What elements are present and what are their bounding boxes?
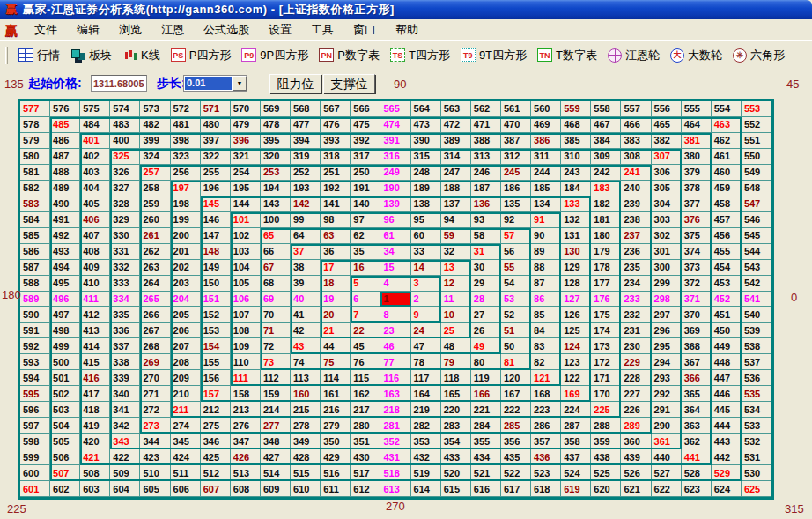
toolbar-item[interactable]: P99P四方形 xyxy=(236,46,314,65)
grid-cell[interactable]: 10 xyxy=(441,307,471,323)
grid-cell[interactable]: 583 xyxy=(20,196,50,212)
grid-cell[interactable]: 519 xyxy=(411,465,441,481)
grid-cell[interactable]: 175 xyxy=(591,307,621,323)
grid-cell[interactable]: 270 xyxy=(140,370,170,386)
grid-cell[interactable]: 257 xyxy=(140,165,170,181)
grid-cell[interactable]: 301 xyxy=(652,244,682,260)
grid-cell[interactable]: 247 xyxy=(441,165,471,181)
grid-cell[interactable]: 207 xyxy=(171,338,201,354)
grid-cell[interactable]: 46 xyxy=(380,338,410,354)
grid-cell[interactable]: 224 xyxy=(561,402,591,418)
grid-cell[interactable]: 196 xyxy=(201,181,231,196)
grid-cell[interactable]: 590 xyxy=(20,307,50,323)
grid-cell[interactable]: 550 xyxy=(742,149,771,165)
grid-cell[interactable]: 238 xyxy=(621,212,651,228)
grid-cell[interactable]: 177 xyxy=(591,276,621,292)
grid-cell[interactable]: 14 xyxy=(411,260,441,276)
grid-cell[interactable]: 373 xyxy=(682,260,712,276)
grid-cell[interactable]: 193 xyxy=(291,181,321,196)
grid-cell[interactable]: 82 xyxy=(531,354,561,370)
grid-cell[interactable]: 198 xyxy=(171,196,201,212)
grid-cell[interactable]: 567 xyxy=(321,101,351,117)
grid-cell[interactable]: 359 xyxy=(591,434,621,449)
grid-cell[interactable]: 337 xyxy=(110,338,140,354)
grid-cell[interactable]: 108 xyxy=(231,323,261,338)
grid-cell[interactable]: 585 xyxy=(20,228,50,244)
grid-cell[interactable]: 428 xyxy=(291,449,321,465)
grid-cell[interactable]: 30 xyxy=(471,260,501,276)
grid-cell[interactable]: 158 xyxy=(231,386,261,402)
grid-cell[interactable]: 190 xyxy=(380,181,410,196)
grid-cell[interactable]: 202 xyxy=(171,260,201,276)
grid-cell[interactable]: 240 xyxy=(621,181,651,196)
grid-cell[interactable]: 220 xyxy=(441,402,471,418)
grid-cell[interactable]: 432 xyxy=(411,449,441,465)
grid-cell[interactable]: 448 xyxy=(712,354,742,370)
grid-cell[interactable]: 78 xyxy=(411,354,441,370)
grid-cell[interactable]: 277 xyxy=(261,418,291,434)
grid-cell[interactable]: 266 xyxy=(140,307,170,323)
grid-cell[interactable]: 601 xyxy=(20,481,50,497)
grid-cell[interactable]: 140 xyxy=(351,196,380,212)
grid-cell[interactable]: 545 xyxy=(742,228,771,244)
grid-cell[interactable]: 454 xyxy=(712,260,742,276)
grid-cell[interactable]: 492 xyxy=(50,228,80,244)
grid-cell[interactable]: 40 xyxy=(291,292,321,308)
grid-cell[interactable]: 215 xyxy=(291,402,321,418)
grid-cell[interactable]: 76 xyxy=(351,354,380,370)
grid-cell[interactable]: 594 xyxy=(20,370,50,386)
grid-cell[interactable]: 236 xyxy=(621,244,651,260)
grid-cell[interactable]: 473 xyxy=(411,117,441,133)
grid-cell[interactable]: 617 xyxy=(501,481,531,497)
grid-cell[interactable]: 376 xyxy=(682,212,712,228)
grid-cell[interactable]: 139 xyxy=(380,196,410,212)
grid-cell[interactable]: 468 xyxy=(561,117,591,133)
grid-cell[interactable]: 411 xyxy=(80,292,110,308)
grid-cell[interactable]: 229 xyxy=(621,354,651,370)
grid-cell[interactable]: 393 xyxy=(321,133,351,149)
grid-cell[interactable]: 156 xyxy=(201,370,231,386)
grid-cell[interactable]: 212 xyxy=(201,402,231,418)
grid-cell[interactable]: 398 xyxy=(171,133,201,149)
grid-cell[interactable]: 200 xyxy=(171,228,201,244)
grid-cell[interactable]: 358 xyxy=(561,434,591,449)
grid-cell[interactable]: 400 xyxy=(110,133,140,149)
grid-cell[interactable]: 120 xyxy=(501,370,531,386)
grid-cell[interactable]: 469 xyxy=(531,117,561,133)
grid-cell[interactable]: 537 xyxy=(742,354,771,370)
grid-cell[interactable]: 602 xyxy=(50,481,80,497)
grid-cell[interactable]: 582 xyxy=(20,181,50,196)
grid-cell[interactable]: 313 xyxy=(471,149,501,165)
grid-cell[interactable]: 513 xyxy=(231,465,261,481)
grid-cell[interactable]: 441 xyxy=(682,449,712,465)
grid-cell[interactable]: 223 xyxy=(531,402,561,418)
grid-cell[interactable]: 482 xyxy=(140,117,170,133)
grid-cell[interactable]: 330 xyxy=(110,228,140,244)
grid-cell[interactable]: 459 xyxy=(712,181,742,196)
grid-cell[interactable]: 323 xyxy=(171,149,201,165)
grid-cell[interactable]: 276 xyxy=(231,418,261,434)
grid-cell[interactable]: 362 xyxy=(682,434,712,449)
grid-cell[interactable]: 297 xyxy=(652,307,682,323)
grid-cell[interactable]: 615 xyxy=(441,481,471,497)
grid-cell[interactable]: 289 xyxy=(621,418,651,434)
grid-cell[interactable]: 488 xyxy=(50,165,80,181)
grid-cell[interactable]: 348 xyxy=(261,434,291,449)
grid-cell[interactable]: 618 xyxy=(531,481,561,497)
grid-cell[interactable]: 487 xyxy=(50,149,80,165)
grid-cell[interactable]: 191 xyxy=(351,181,380,196)
grid-cell[interactable]: 367 xyxy=(682,354,712,370)
grid-cell[interactable]: 123 xyxy=(561,354,591,370)
grid-cell[interactable]: 45 xyxy=(351,338,380,354)
grid-cell[interactable]: 48 xyxy=(441,338,471,354)
grid-cell[interactable]: 354 xyxy=(441,434,471,449)
grid-cell[interactable]: 145 xyxy=(201,196,231,212)
grid-cell[interactable]: 255 xyxy=(201,165,231,181)
grid-cell[interactable]: 334 xyxy=(110,292,140,308)
grid-cell[interactable]: 512 xyxy=(201,465,231,481)
grid-cell[interactable]: 443 xyxy=(712,434,742,449)
grid-cell[interactable]: 561 xyxy=(501,101,531,117)
grid-cell[interactable]: 188 xyxy=(441,181,471,196)
grid-cell[interactable]: 144 xyxy=(231,196,261,212)
grid-cell[interactable]: 31 xyxy=(471,244,501,260)
